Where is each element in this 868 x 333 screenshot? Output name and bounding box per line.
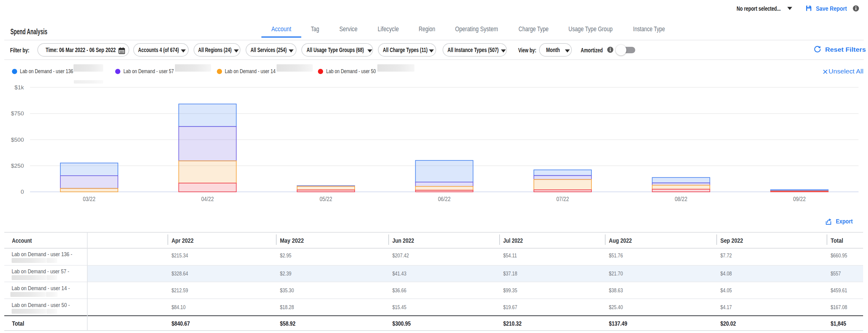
svg-text:04/22: 04/22: [201, 196, 214, 202]
svg-text:07/22: 07/22: [557, 196, 569, 202]
svg-text:$750: $750: [11, 110, 24, 116]
svg-text:03/22: 03/22: [83, 196, 96, 202]
svg-text:09/22: 09/22: [793, 196, 806, 202]
svg-text:$1k: $1k: [14, 84, 24, 91]
svg-text:05/22: 05/22: [320, 196, 332, 202]
svg-text:08/22: 08/22: [675, 196, 687, 202]
svg-text:0: 0: [21, 189, 24, 195]
svg-text:$500: $500: [11, 136, 24, 143]
svg-text:$250: $250: [11, 163, 24, 169]
svg-text:06/22: 06/22: [438, 196, 451, 202]
